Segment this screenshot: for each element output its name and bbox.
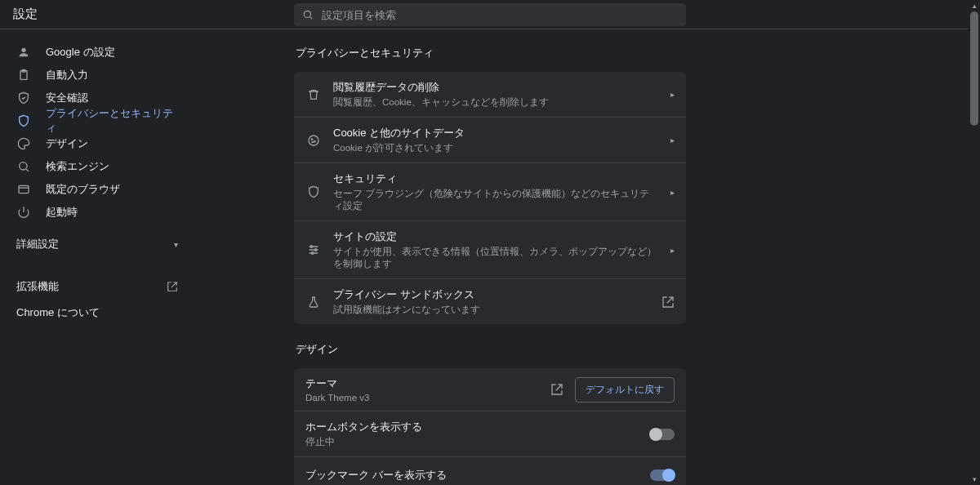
bookmark-bar-title: ブックマーク バーを表示する [305,468,639,483]
sidebar-item-label: 安全確認 [46,91,88,105]
chevron-right-icon: ▸ [670,188,675,197]
sidebar-item-label: デザイン [46,136,88,151]
privacy-section-title: プライバシーとセキュリティ [296,46,686,60]
row-sub: 試用版機能はオンになっています [333,304,650,316]
cookie-icon [305,132,322,149]
row-sub: サイトが使用、表示できる情報（位置情報、カメラ、ポップアップなど）を制御します [333,246,659,270]
svg-point-2 [21,48,25,52]
security-row[interactable]: セキュリティ セーフ ブラウジング（危険なサイトからの保護機能）などのセキュリテ… [294,163,686,221]
row-sub: セーフ ブラウジング（危険なサイトからの保護機能）などのセキュリティ設定 [333,188,659,212]
row-title: セキュリティ [333,171,659,186]
appearance-section-title: デザイン [296,342,686,357]
person-icon [16,45,31,60]
sidebar-item-autofill[interactable]: 自動入力 [0,64,196,87]
sidebar-about-link[interactable]: Chrome について [0,302,196,328]
scrollbar[interactable]: ▴ ▾ [969,0,980,485]
svg-point-11 [314,140,315,141]
page-title: 設定 [13,7,38,22]
search-icon [16,159,31,174]
open-external-icon [662,296,675,309]
shield-icon [16,113,31,128]
chevron-down-icon: ▾ [174,240,178,249]
appearance-card: テーマ Dark Theme v3 デフォルトに戻す ホームボタンを表示する 停… [294,368,686,485]
scroll-up-arrow-icon[interactable]: ▴ [969,0,980,11]
theme-row: テーマ Dark Theme v3 デフォルトに戻す [294,368,686,412]
sidebar-extensions-link[interactable]: 拡張機能 [0,271,196,302]
privacy-sandbox-row[interactable]: プライバシー サンドボックス 試用版機能はオンになっています [294,279,686,324]
flask-icon [305,294,322,310]
row-sub: Cookie が許可されています [333,142,659,154]
sidebar: Google の設定 自動入力 安全確認 プライバシーとセキュリティ デザイン … [0,29,196,485]
tune-icon [305,242,322,258]
sidebar-item-label: プライバシーとセキュリティ [46,106,180,136]
search-icon [302,9,314,20]
chevron-right-icon: ▸ [670,90,675,99]
theme-title: テーマ [305,376,539,391]
about-label: Chrome について [16,305,100,320]
sidebar-item-label: Google の設定 [46,45,115,60]
open-external-icon [167,281,178,292]
svg-rect-7 [19,185,29,193]
sidebar-item-label: 起動時 [46,205,78,220]
chevron-right-icon: ▸ [670,136,675,145]
sidebar-item-label: 検索エンジン [46,159,109,174]
clear-browsing-data-row[interactable]: 閲覧履歴データの削除 閲覧履歴、Cookie、キャッシュなどを削除します ▸ [294,72,686,118]
trash-icon [305,87,322,103]
sidebar-item-label: 既定のブラウザ [46,182,120,197]
site-settings-row[interactable]: サイトの設定 サイトが使用、表示できる情報（位置情報、カメラ、ポップアップなど）… [294,221,686,279]
reset-default-button[interactable]: デフォルトに戻す [575,377,675,403]
svg-point-5 [20,162,27,170]
home-button-row: ホームボタンを表示する 停止中 [294,412,686,457]
search-box[interactable] [294,3,686,26]
scroll-thumb[interactable] [970,11,978,126]
svg-point-0 [304,11,310,17]
scroll-down-arrow-icon[interactable]: ▾ [969,474,980,485]
sidebar-item-google[interactable]: Google の設定 [0,41,196,64]
sidebar-item-privacy[interactable]: プライバシーとセキュリティ [0,109,196,132]
power-icon [16,205,31,220]
home-button-sub: 停止中 [305,436,639,448]
sidebar-advanced-toggle[interactable]: 詳細設定 ▾ [0,229,196,260]
topbar: 設定 [0,0,980,29]
open-external-icon[interactable] [550,383,564,396]
theme-sub: Dark Theme v3 [305,393,539,403]
chevron-right-icon: ▸ [670,246,675,255]
row-title: プライバシー サンドボックス [333,287,650,302]
svg-line-1 [310,17,313,20]
advanced-label: 詳細設定 [16,237,59,251]
extensions-label: 拡張機能 [16,279,59,294]
main-content: プライバシーとセキュリティ 閲覧履歴データの削除 閲覧履歴、Cookie、キャッ… [196,29,980,485]
svg-point-12 [312,141,313,142]
svg-point-9 [309,136,318,145]
row-title: Cookie と他のサイトデータ [333,126,659,140]
privacy-card: 閲覧履歴データの削除 閲覧履歴、Cookie、キャッシュなどを削除します ▸ C… [294,72,686,324]
row-sub: 閲覧履歴、Cookie、キャッシュなどを削除します [333,96,659,109]
palette-icon [16,136,31,151]
bookmark-bar-row: ブックマーク バーを表示する [294,457,686,485]
row-title: 閲覧履歴データの削除 [333,80,659,95]
search-input[interactable] [322,9,678,21]
shield-check-icon [16,91,31,105]
sidebar-item-search-engine[interactable]: 検索エンジン [0,155,196,178]
sidebar-item-startup[interactable]: 起動時 [0,201,196,224]
sidebar-item-label: 自動入力 [46,68,88,82]
browser-icon [16,182,31,197]
shield-icon [305,184,322,200]
sidebar-item-appearance[interactable]: デザイン [0,132,196,155]
cookies-row[interactable]: Cookie と他のサイトデータ Cookie が許可されています ▸ [294,118,686,163]
home-button-toggle[interactable] [650,429,675,440]
bookmark-bar-toggle[interactable] [650,469,675,481]
row-title: サイトの設定 [333,229,659,244]
home-button-title: ホームボタンを表示する [305,420,639,434]
svg-point-10 [311,139,312,140]
clipboard-icon [16,68,31,82]
svg-line-6 [26,169,29,171]
sidebar-item-default-browser[interactable]: 既定のブラウザ [0,178,196,201]
